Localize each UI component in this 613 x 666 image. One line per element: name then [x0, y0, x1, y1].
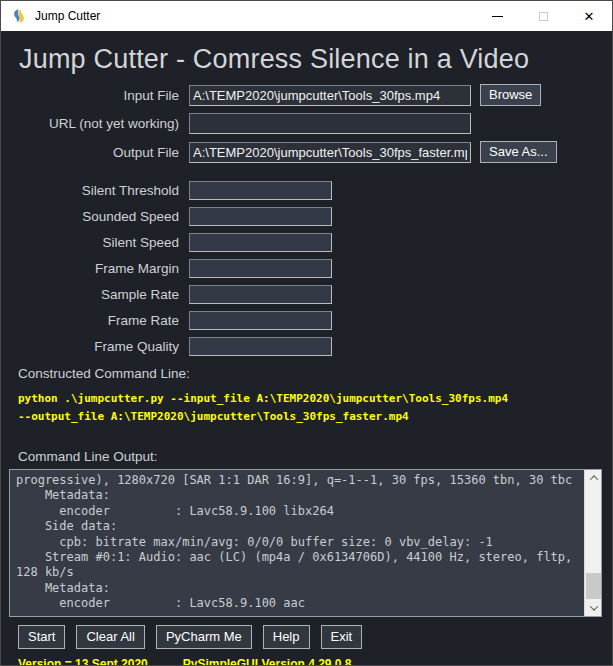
vertical-scrollbar[interactable] — [584, 470, 601, 616]
maximize-icon — [539, 12, 548, 21]
sample-rate-row: Sample Rate — [11, 285, 612, 304]
url-field[interactable] — [189, 113, 471, 134]
help-button[interactable]: Help — [263, 625, 310, 649]
frame-margin-label: Frame Margin — [11, 261, 189, 276]
output-file-row: Output File Save As... — [11, 141, 612, 163]
command-output-text: progressive), 1280x720 [SAR 1:1 DAR 16:9… — [16, 473, 581, 614]
constructed-command-label: Constructed Command Line: — [18, 366, 612, 381]
frame-quality-label: Frame Quality — [11, 339, 189, 354]
sample-rate-field[interactable] — [189, 285, 332, 304]
silent-threshold-row: Silent Threshold — [11, 181, 612, 200]
page-title: Jump Cutter - Comress Silence in a Video — [19, 44, 612, 75]
silent-threshold-field[interactable] — [189, 181, 332, 200]
url-row: URL (not yet working) — [11, 113, 612, 134]
form-gap — [1, 170, 612, 181]
input-file-row: Input File Browse — [11, 84, 612, 106]
constructed-command-text: python .\jumpcutter.py --input_file A:\T… — [18, 390, 612, 426]
url-label: URL (not yet working) — [11, 116, 189, 131]
titlebar: Jump Cutter ✕ — [1, 1, 612, 31]
pycharm-me-button[interactable]: PyCharm Me — [156, 625, 252, 649]
save-as-button[interactable]: Save As... — [480, 141, 557, 163]
frame-quality-row: Frame Quality — [11, 337, 612, 356]
app-version-text: Version = 13 Sept 2020 — [18, 657, 148, 666]
command-output-console[interactable]: progressive), 1280x720 [SAR 1:1 DAR 16:9… — [9, 469, 602, 617]
action-button-row: Start Clear All PyCharm Me Help Exit — [18, 625, 612, 649]
scroll-down-button[interactable] — [585, 600, 602, 616]
input-file-field[interactable] — [189, 85, 471, 106]
output-file-label: Output File — [11, 145, 189, 160]
footer: Version = 13 Sept 2020 PySimpleGUI Versi… — [18, 657, 612, 666]
frame-margin-field[interactable] — [189, 259, 332, 278]
frame-rate-row: Frame Rate — [11, 311, 612, 330]
frame-margin-row: Frame Margin — [11, 259, 612, 278]
silent-speed-field[interactable] — [189, 233, 332, 252]
start-button[interactable]: Start — [18, 625, 65, 649]
app-window: Jump Cutter ✕ Jump Cutter - Comress Sile… — [0, 0, 613, 666]
frame-quality-field[interactable] — [189, 337, 332, 356]
silent-speed-row: Silent Speed — [11, 233, 612, 252]
minimize-icon — [492, 16, 503, 17]
silent-threshold-label: Silent Threshold — [11, 183, 189, 198]
sounded-speed-field[interactable] — [189, 207, 332, 226]
input-file-label: Input File — [11, 88, 189, 103]
chevron-down-icon — [589, 602, 597, 610]
close-button[interactable]: ✕ — [566, 1, 612, 31]
silent-speed-label: Silent Speed — [11, 235, 189, 250]
frame-rate-field[interactable] — [189, 311, 332, 330]
pysimplegui-version-text: PySimpleGUI Version 4.29.0.8 — [183, 657, 352, 666]
scrollbar-thumb[interactable] — [586, 573, 601, 599]
close-icon: ✕ — [584, 10, 595, 23]
chevron-up-icon — [589, 475, 597, 483]
main-content: Jump Cutter - Comress Silence in a Video… — [1, 31, 612, 666]
sample-rate-label: Sample Rate — [11, 287, 189, 302]
scroll-up-button[interactable] — [585, 470, 602, 486]
browse-button[interactable]: Browse — [480, 84, 541, 106]
window-title: Jump Cutter — [35, 9, 100, 23]
frame-rate-label: Frame Rate — [11, 313, 189, 328]
maximize-button[interactable] — [520, 1, 566, 31]
app-logo-icon — [11, 8, 27, 24]
command-output-label: Command Line Output: — [18, 449, 612, 464]
sounded-speed-label: Sounded Speed — [11, 209, 189, 224]
exit-button[interactable]: Exit — [321, 625, 363, 649]
clear-all-button[interactable]: Clear All — [76, 625, 144, 649]
sounded-speed-row: Sounded Speed — [11, 207, 612, 226]
output-file-field[interactable] — [189, 142, 471, 163]
minimize-button[interactable] — [474, 1, 520, 31]
